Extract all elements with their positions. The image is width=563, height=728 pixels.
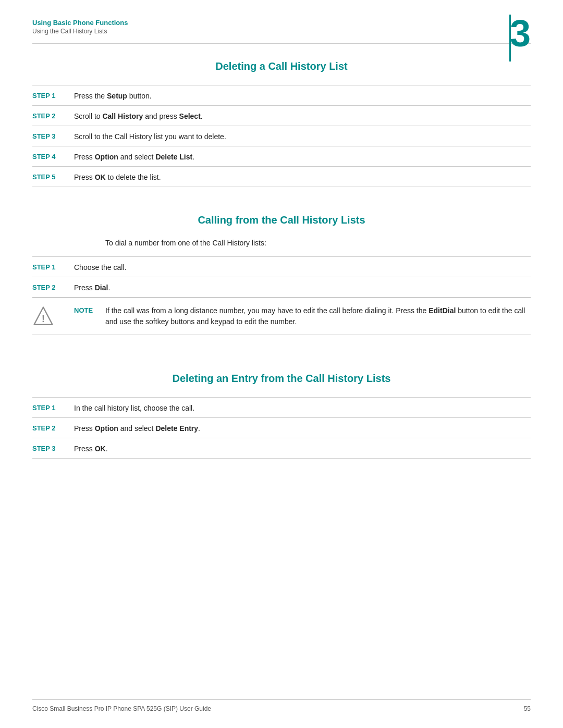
step-content: Scroll to Call History and press Select. [74,111,531,120]
svg-text:!: ! [42,314,45,324]
page-footer: Cisco Small Business Pro IP Phone SPA 52… [0,699,563,712]
page-header: Using Basic Phone Functions Using the Ca… [0,0,563,35]
step-label: STEP 2 [32,111,74,120]
breadcrumb-main: Using Basic Phone Functions [32,19,531,27]
footer-left: Cisco Small Business Pro IP Phone SPA 52… [32,705,211,712]
breadcrumb-sub: Using the Call History Lists [32,28,531,35]
note-label: NOTE [74,305,105,314]
main-content: Deleting a Call History List STEP 1 Pres… [0,60,563,459]
table-row: STEP 3 Press OK. [32,438,531,459]
step-content: Press OK to delete the list. [74,172,531,181]
note-block: ! NOTE If the call was from a long dista… [32,298,531,335]
footer-right: 55 [524,705,531,712]
steps-container-2: STEP 1 Choose the call. STEP 2 Press Dia… [32,256,531,298]
steps-container-3: STEP 1 In the call history list, choose … [32,397,531,459]
step-content: Choose the call. [74,262,531,272]
section-calling-from-call-history: Calling from the Call History Lists To d… [32,214,531,335]
section-intro: To dial a number from one of the Call Hi… [32,239,531,247]
step-label: STEP 2 [32,423,74,432]
step-content: Press Option and select Delete List. [74,152,531,161]
table-row: STEP 5 Press OK to delete the list. [32,166,531,187]
step-label: STEP 4 [32,152,74,161]
steps-container-1: STEP 1 Press the Setup button. STEP 2 Sc… [32,85,531,187]
table-row: STEP 2 Press Option and select Delete En… [32,417,531,438]
table-row: STEP 1 Press the Setup button. [32,85,531,105]
table-row: STEP 1 In the call history list, choose … [32,397,531,417]
footer-divider [32,699,531,700]
section-delete-call-history-list: Deleting a Call History List STEP 1 Pres… [32,60,531,187]
warning-icon: ! [32,305,54,327]
table-row: STEP 2 Press Dial. [32,277,531,298]
step-content: Press the Setup button. [74,91,531,100]
step-content: Press Dial. [74,282,531,292]
step-label: STEP 5 [32,172,74,181]
chapter-number: 3 [510,15,531,52]
step-content: Scroll to the Call History list you want… [74,131,531,141]
note-content: If the call was from a long distance num… [105,305,531,327]
section-delete-entry: Deleting an Entry from the Call History … [32,373,531,459]
table-row: STEP 1 Choose the call. [32,256,531,277]
footer-text: Cisco Small Business Pro IP Phone SPA 52… [32,705,531,712]
step-content: Press Option and select Delete Entry. [74,423,531,433]
section-title-delete-list: Deleting a Call History List [32,60,531,72]
table-row: STEP 4 Press Option and select Delete Li… [32,146,531,166]
section-title-delete-entry: Deleting an Entry from the Call History … [32,373,531,385]
step-label: STEP 3 [32,131,74,140]
table-row: STEP 3 Scroll to the Call History list y… [32,126,531,146]
step-content: Press OK. [74,443,531,453]
step-label: STEP 1 [32,91,74,100]
section-title-calling: Calling from the Call History Lists [32,214,531,226]
step-label: STEP 2 [32,282,74,291]
page-container: Using Basic Phone Functions Using the Ca… [0,0,563,728]
step-content: In the call history list, choose the cal… [74,403,531,412]
header-divider [32,43,531,44]
step-label: STEP 1 [32,403,74,412]
table-row: STEP 2 Scroll to Call History and press … [32,105,531,126]
step-label: STEP 3 [32,443,74,452]
note-icon-area: ! [32,305,74,327]
step-label: STEP 1 [32,262,74,271]
